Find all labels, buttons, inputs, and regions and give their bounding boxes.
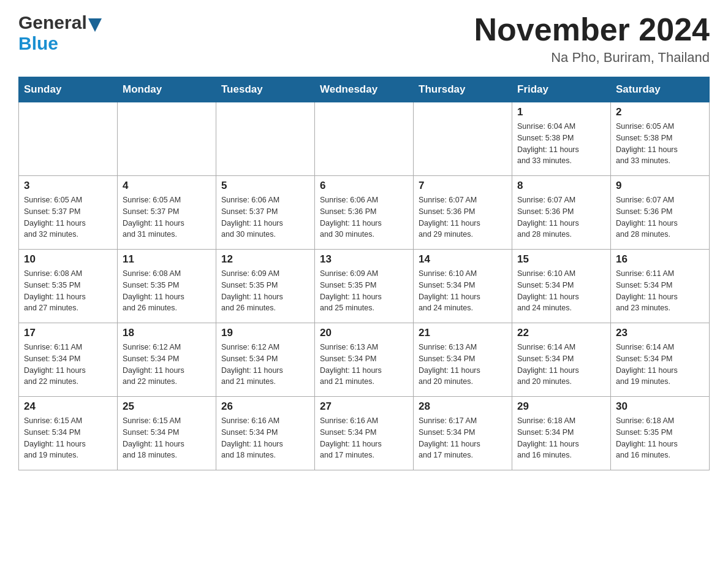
col-monday: Monday [118,77,216,102]
day-number: 7 [419,180,507,192]
day-info: Sunrise: 6:06 AMSunset: 5:36 PMDaylight:… [320,194,408,240]
day-number: 4 [123,180,211,192]
logo-general-text: General [18,12,87,33]
location-subtitle: Na Pho, Buriram, Thailand [474,50,710,66]
day-number: 29 [517,400,605,413]
day-number: 6 [320,180,408,192]
table-row [315,102,414,176]
day-info: Sunrise: 6:10 AMSunset: 5:34 PMDaylight:… [517,268,605,314]
table-row: 16Sunrise: 6:11 AMSunset: 5:34 PMDayligh… [611,250,710,323]
table-row: 9Sunrise: 6:07 AMSunset: 5:36 PMDaylight… [611,176,710,250]
table-row: 13Sunrise: 6:09 AMSunset: 5:35 PMDayligh… [315,250,414,323]
day-info: Sunrise: 6:11 AMSunset: 5:34 PMDaylight:… [616,268,704,314]
table-row: 15Sunrise: 6:10 AMSunset: 5:34 PMDayligh… [512,250,611,323]
day-info: Sunrise: 6:18 AMSunset: 5:34 PMDaylight:… [517,415,605,461]
day-info: Sunrise: 6:15 AMSunset: 5:34 PMDaylight:… [24,415,112,461]
table-row: 17Sunrise: 6:11 AMSunset: 5:34 PMDayligh… [19,323,118,397]
calendar-week-row: 1Sunrise: 6:04 AMSunset: 5:38 PMDaylight… [19,102,710,176]
day-info: Sunrise: 6:07 AMSunset: 5:36 PMDaylight:… [419,194,507,240]
table-row: 30Sunrise: 6:18 AMSunset: 5:35 PMDayligh… [611,397,710,470]
table-row: 6Sunrise: 6:06 AMSunset: 5:36 PMDaylight… [315,176,414,250]
col-tuesday: Tuesday [216,77,315,102]
day-info: Sunrise: 6:12 AMSunset: 5:34 PMDaylight:… [221,342,309,388]
day-number: 26 [221,400,309,413]
day-info: Sunrise: 6:04 AMSunset: 5:38 PMDaylight:… [517,121,605,167]
table-row: 8Sunrise: 6:07 AMSunset: 5:36 PMDaylight… [512,176,611,250]
day-number: 30 [616,400,704,413]
col-thursday: Thursday [414,77,512,102]
day-info: Sunrise: 6:08 AMSunset: 5:35 PMDaylight:… [123,268,211,314]
day-info: Sunrise: 6:05 AMSunset: 5:37 PMDaylight:… [24,194,112,240]
table-row: 12Sunrise: 6:09 AMSunset: 5:35 PMDayligh… [216,250,315,323]
day-info: Sunrise: 6:06 AMSunset: 5:37 PMDaylight:… [221,194,309,240]
day-info: Sunrise: 6:05 AMSunset: 5:37 PMDaylight:… [123,194,211,240]
calendar-header-row: Sunday Monday Tuesday Wednesday Thursday… [19,77,710,102]
day-info: Sunrise: 6:14 AMSunset: 5:34 PMDaylight:… [616,342,704,388]
day-number: 22 [517,327,605,339]
day-info: Sunrise: 6:18 AMSunset: 5:35 PMDaylight:… [616,415,704,461]
day-number: 5 [221,180,309,192]
table-row: 28Sunrise: 6:17 AMSunset: 5:34 PMDayligh… [414,397,512,470]
col-saturday: Saturday [611,77,710,102]
calendar-week-row: 3Sunrise: 6:05 AMSunset: 5:37 PMDaylight… [19,176,710,250]
table-row: 1Sunrise: 6:04 AMSunset: 5:38 PMDaylight… [512,102,611,176]
table-row: 29Sunrise: 6:18 AMSunset: 5:34 PMDayligh… [512,397,611,470]
day-info: Sunrise: 6:09 AMSunset: 5:35 PMDaylight:… [320,268,408,314]
day-number: 13 [320,253,408,266]
day-info: Sunrise: 6:16 AMSunset: 5:34 PMDaylight:… [221,415,309,461]
table-row [118,102,216,176]
table-row: 4Sunrise: 6:05 AMSunset: 5:37 PMDaylight… [118,176,216,250]
table-row: 2Sunrise: 6:05 AMSunset: 5:38 PMDaylight… [611,102,710,176]
day-info: Sunrise: 6:16 AMSunset: 5:34 PMDaylight:… [320,415,408,461]
day-number: 24 [24,400,112,413]
day-number: 23 [616,327,704,339]
calendar-week-row: 10Sunrise: 6:08 AMSunset: 5:35 PMDayligh… [19,250,710,323]
calendar-week-row: 24Sunrise: 6:15 AMSunset: 5:34 PMDayligh… [19,397,710,470]
table-row: 25Sunrise: 6:15 AMSunset: 5:34 PMDayligh… [118,397,216,470]
day-info: Sunrise: 6:09 AMSunset: 5:35 PMDaylight:… [221,268,309,314]
day-info: Sunrise: 6:10 AMSunset: 5:34 PMDaylight:… [419,268,507,314]
day-info: Sunrise: 6:05 AMSunset: 5:38 PMDaylight:… [616,121,704,167]
day-info: Sunrise: 6:11 AMSunset: 5:34 PMDaylight:… [24,342,112,388]
calendar-week-row: 17Sunrise: 6:11 AMSunset: 5:34 PMDayligh… [19,323,710,397]
day-number: 14 [419,253,507,266]
day-number: 12 [221,253,309,266]
col-wednesday: Wednesday [315,77,414,102]
title-block: November 2024 Na Pho, Buriram, Thailand [474,12,710,66]
day-info: Sunrise: 6:13 AMSunset: 5:34 PMDaylight:… [320,342,408,388]
day-number: 1 [517,106,605,118]
table-row: 11Sunrise: 6:08 AMSunset: 5:35 PMDayligh… [118,250,216,323]
table-row: 3Sunrise: 6:05 AMSunset: 5:37 PMDaylight… [19,176,118,250]
table-row: 18Sunrise: 6:12 AMSunset: 5:34 PMDayligh… [118,323,216,397]
day-number: 8 [517,180,605,192]
table-row [414,102,512,176]
day-info: Sunrise: 6:17 AMSunset: 5:34 PMDaylight:… [419,415,507,461]
month-year-title: November 2024 [474,12,710,47]
col-sunday: Sunday [19,77,118,102]
day-info: Sunrise: 6:12 AMSunset: 5:34 PMDaylight:… [123,342,211,388]
table-row: 22Sunrise: 6:14 AMSunset: 5:34 PMDayligh… [512,323,611,397]
calendar-table: Sunday Monday Tuesday Wednesday Thursday… [18,77,710,470]
day-info: Sunrise: 6:08 AMSunset: 5:35 PMDaylight:… [24,268,112,314]
day-number: 25 [123,400,211,413]
table-row: 21Sunrise: 6:13 AMSunset: 5:34 PMDayligh… [414,323,512,397]
day-number: 2 [616,106,704,118]
day-number: 27 [320,400,408,413]
day-number: 11 [123,253,211,266]
logo-triangle-icon [88,18,102,32]
page-header: General Blue November 2024 Na Pho, Burir… [18,12,710,66]
table-row: 27Sunrise: 6:16 AMSunset: 5:34 PMDayligh… [315,397,414,470]
day-number: 20 [320,327,408,339]
day-number: 19 [221,327,309,339]
table-row: 20Sunrise: 6:13 AMSunset: 5:34 PMDayligh… [315,323,414,397]
table-row: 19Sunrise: 6:12 AMSunset: 5:34 PMDayligh… [216,323,315,397]
day-info: Sunrise: 6:14 AMSunset: 5:34 PMDaylight:… [517,342,605,388]
table-row: 14Sunrise: 6:10 AMSunset: 5:34 PMDayligh… [414,250,512,323]
table-row [216,102,315,176]
day-number: 21 [419,327,507,339]
day-number: 28 [419,400,507,413]
day-number: 3 [24,180,112,192]
day-info: Sunrise: 6:13 AMSunset: 5:34 PMDaylight:… [419,342,507,388]
table-row: 5Sunrise: 6:06 AMSunset: 5:37 PMDaylight… [216,176,315,250]
col-friday: Friday [512,77,611,102]
